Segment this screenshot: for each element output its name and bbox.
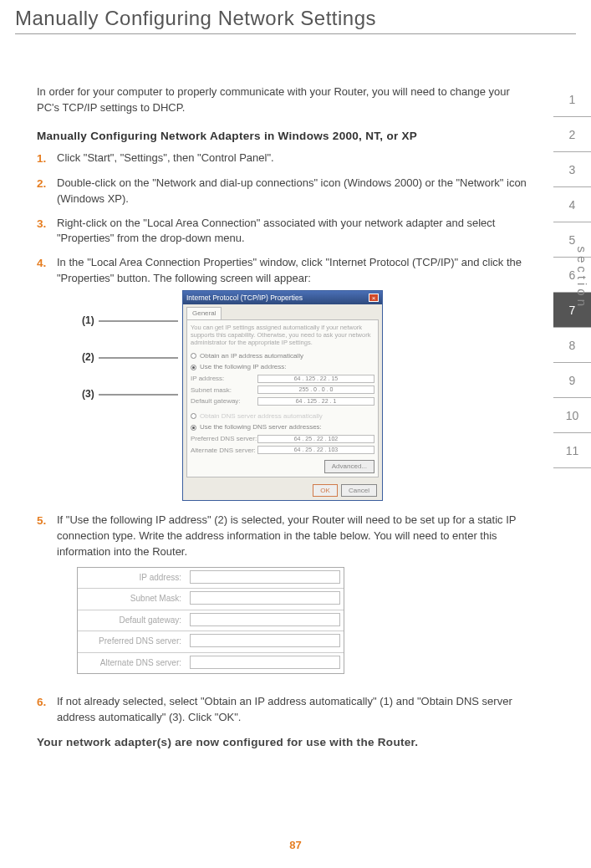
callout-3: (3) bbox=[57, 387, 182, 424]
step-number: 3. bbox=[37, 216, 57, 248]
row-input[interactable] bbox=[190, 656, 340, 669]
step-number: 4. bbox=[37, 255, 57, 504]
step-5-text: If "Use the following IP address" (2) is… bbox=[57, 513, 516, 558]
callout-1: (1) bbox=[57, 314, 182, 350]
preferred-dns-field[interactable]: Preferred DNS server: 64 . 25 . 22 . 102 bbox=[191, 434, 374, 444]
radio-obtain-dns-auto: Obtain DNS server address automatically bbox=[191, 411, 374, 421]
page-title: Manually Configuring Network Settings bbox=[0, 0, 591, 33]
tcpip-properties-dialog: Internet Protocol (TCP/IP) Properties × … bbox=[182, 290, 383, 501]
table-row: Subnet Mask: bbox=[78, 589, 344, 610]
step-4-text: In the "Local Area Connection Properties… bbox=[57, 256, 522, 284]
radio-obtain-ip-auto[interactable]: Obtain an IP address automatically bbox=[191, 351, 374, 361]
section-tab-3[interactable]: 3 bbox=[553, 152, 591, 187]
field-value[interactable]: 64 . 25 . 22 . 103 bbox=[257, 446, 374, 454]
radio-label: Obtain DNS server address automatically bbox=[200, 411, 323, 421]
step-2: 2. Double-click on the "Network and dial… bbox=[37, 176, 528, 207]
dialog-title-text: Internet Protocol (TCP/IP) Properties bbox=[186, 293, 303, 303]
intro-text: In order for your computer to properly c… bbox=[37, 84, 528, 116]
subnet-mask-field[interactable]: Subnet mask: 255 . 0 . 0 . 0 bbox=[191, 385, 374, 396]
step-5: 5. If "Use the following IP address" (2)… bbox=[37, 513, 528, 686]
radio-icon bbox=[191, 425, 196, 431]
closing-statement: Your network adapter(s) are now configur… bbox=[37, 734, 528, 751]
step-6: 6. If not already selected, select "Obta… bbox=[37, 694, 528, 726]
ip-address-field[interactable]: IP address: 64 . 125 . 22 . 15 bbox=[191, 374, 374, 384]
radio-use-following-ip[interactable]: Use the following IP address: bbox=[191, 362, 374, 372]
section-tab-9[interactable]: 9 bbox=[553, 363, 591, 398]
content-area: In order for your computer to properly c… bbox=[0, 34, 591, 751]
figure-tcpip-dialog: (1) (2) (3) bbox=[57, 290, 528, 501]
radio-label: Obtain an IP address automatically bbox=[200, 351, 303, 361]
row-label: Subnet Mask: bbox=[78, 589, 186, 610]
table-row: Alternate DNS server: bbox=[78, 653, 344, 674]
radio-label: Use the following IP address: bbox=[200, 362, 286, 372]
row-input[interactable] bbox=[190, 570, 340, 584]
ok-button[interactable]: OK bbox=[313, 484, 338, 498]
dialog-titlebar: Internet Protocol (TCP/IP) Properties × bbox=[183, 291, 382, 304]
radio-icon bbox=[191, 365, 196, 370]
field-label: Subnet mask: bbox=[191, 385, 257, 396]
step-text: In the "Local Area Connection Properties… bbox=[57, 255, 528, 504]
step-number: 5. bbox=[37, 513, 57, 686]
section-tab-11[interactable]: 11 bbox=[553, 433, 591, 468]
table-row: Default gateway: bbox=[78, 610, 344, 632]
alternate-dns-field[interactable]: Alternate DNS server: 64 . 25 . 22 . 103 bbox=[191, 446, 374, 456]
callout-1-label: (1) bbox=[82, 314, 94, 326]
step-text: If not already selected, select "Obtain … bbox=[57, 694, 528, 726]
dialog-description: You can get IP settings assigned automat… bbox=[191, 324, 374, 346]
section-label: section bbox=[575, 246, 589, 309]
field-value[interactable]: 64 . 25 . 22 . 102 bbox=[257, 435, 374, 443]
step-text: Click "Start", "Settings", then "Control… bbox=[57, 151, 528, 167]
advanced-button[interactable]: Advanced... bbox=[324, 460, 374, 473]
row-label: Default gateway: bbox=[78, 610, 186, 631]
row-input[interactable] bbox=[190, 634, 340, 647]
dialog-body: You can get IP settings assigned automat… bbox=[186, 319, 379, 477]
radio-use-following-dns[interactable]: Use the following DNS server addresses: bbox=[191, 422, 374, 432]
field-value[interactable]: 255 . 0 . 0 . 0 bbox=[257, 385, 374, 394]
step-4: 4. In the "Local Area Connection Propert… bbox=[37, 255, 528, 504]
radio-label: Use the following DNS server addresses: bbox=[200, 422, 322, 432]
table-row: IP address: bbox=[78, 568, 344, 590]
steps-list: 1. Click "Start", "Settings", then "Cont… bbox=[37, 151, 528, 726]
step-text: Double-click on the "Network and dial-up… bbox=[57, 176, 528, 207]
section-tab-2[interactable]: 2 bbox=[553, 117, 591, 152]
field-label: Alternate DNS server: bbox=[191, 446, 257, 456]
callout-2: (2) bbox=[57, 350, 182, 387]
dialog-tab-general[interactable]: General bbox=[186, 307, 222, 319]
field-label: Default gateway: bbox=[191, 396, 257, 406]
address-info-table: IP address: Subnet Mask: Default gateway… bbox=[77, 567, 344, 675]
callout-2-label: (2) bbox=[82, 351, 94, 363]
step-text: If "Use the following IP address" (2) is… bbox=[57, 513, 528, 686]
radio-icon bbox=[191, 413, 196, 419]
subheading: Manually Configuring Network Adapters in… bbox=[37, 128, 528, 145]
section-tab-8[interactable]: 8 bbox=[553, 328, 591, 363]
cancel-button[interactable]: Cancel bbox=[341, 484, 377, 498]
row-input[interactable] bbox=[190, 613, 340, 626]
step-number: 1. bbox=[37, 151, 57, 167]
default-gateway-field[interactable]: Default gateway: 64 . 125 . 22 . 1 bbox=[191, 396, 374, 406]
page-number: 87 bbox=[0, 839, 591, 851]
field-label: Preferred DNS server: bbox=[191, 434, 257, 444]
callouts: (1) (2) (3) bbox=[57, 290, 182, 424]
close-icon[interactable]: × bbox=[369, 294, 379, 302]
step-text: Right-click on the "Local Area Connectio… bbox=[57, 216, 528, 248]
row-input[interactable] bbox=[190, 591, 340, 605]
row-label: Preferred DNS server: bbox=[78, 631, 186, 652]
radio-icon bbox=[191, 353, 196, 359]
step-3: 3. Right-click on the "Local Area Connec… bbox=[37, 216, 528, 248]
field-label: IP address: bbox=[191, 374, 257, 384]
row-label: Alternate DNS server: bbox=[78, 653, 186, 674]
row-label: IP address: bbox=[78, 568, 186, 589]
step-1: 1. Click "Start", "Settings", then "Cont… bbox=[37, 151, 528, 167]
table-row: Preferred DNS server: bbox=[78, 631, 344, 653]
step-number: 6. bbox=[37, 694, 57, 726]
field-value[interactable]: 64 . 125 . 22 . 15 bbox=[257, 375, 374, 383]
section-tab-1[interactable]: 1 bbox=[553, 82, 591, 117]
step-number: 2. bbox=[37, 176, 57, 207]
section-tab-4[interactable]: 4 bbox=[553, 187, 591, 222]
field-value[interactable]: 64 . 125 . 22 . 1 bbox=[257, 397, 374, 406]
section-tab-10[interactable]: 10 bbox=[553, 398, 591, 433]
callout-3-label: (3) bbox=[82, 388, 94, 400]
